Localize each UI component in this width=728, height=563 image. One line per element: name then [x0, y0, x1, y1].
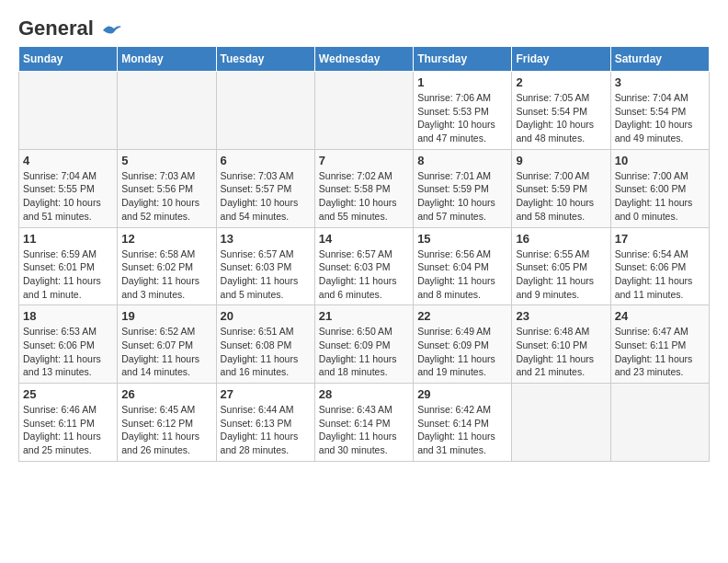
- day-number: 18: [23, 309, 113, 323]
- day-number: 22: [417, 309, 507, 323]
- day-number: 23: [516, 309, 606, 323]
- day-info: Sunrise: 7:03 AMSunset: 5:57 PMDaylight:…: [221, 169, 311, 224]
- calendar-cell: 19Sunrise: 6:52 AMSunset: 6:07 PMDayligh…: [118, 305, 216, 384]
- calendar-cell: 27Sunrise: 6:44 AMSunset: 6:13 PMDayligh…: [216, 384, 314, 462]
- day-number: 5: [121, 154, 211, 167]
- calendar-cell: 8Sunrise: 7:01 AMSunset: 5:59 PMDaylight…: [414, 149, 512, 227]
- calendar-cell: 3Sunrise: 7:04 AMSunset: 5:54 PMDaylight…: [610, 72, 709, 150]
- day-number: 10: [615, 154, 705, 167]
- calendar-week-row: 25Sunrise: 6:46 AMSunset: 6:11 PMDayligh…: [19, 384, 710, 462]
- calendar-cell: 5Sunrise: 7:03 AMSunset: 5:56 PMDaylight…: [118, 149, 216, 227]
- calendar-cell: 12Sunrise: 6:58 AMSunset: 6:02 PMDayligh…: [118, 227, 216, 305]
- day-number: 17: [615, 232, 705, 246]
- calendar-cell: 28Sunrise: 6:43 AMSunset: 6:14 PMDayligh…: [314, 384, 413, 462]
- day-info: Sunrise: 7:01 AMSunset: 5:59 PMDaylight:…: [417, 169, 507, 224]
- calendar-cell: 6Sunrise: 7:03 AMSunset: 5:57 PMDaylight…: [216, 149, 314, 227]
- calendar-cell: 24Sunrise: 6:47 AMSunset: 6:11 PMDayligh…: [610, 305, 709, 384]
- day-number: 16: [516, 232, 606, 246]
- calendar-cell: 15Sunrise: 6:56 AMSunset: 6:04 PMDayligh…: [414, 227, 512, 305]
- day-info: Sunrise: 7:00 AMSunset: 5:59 PMDaylight:…: [516, 169, 606, 224]
- page-header: General: [18, 18, 710, 37]
- calendar-week-row: 1Sunrise: 7:06 AMSunset: 5:53 PMDaylight…: [19, 72, 710, 150]
- calendar-cell: 2Sunrise: 7:05 AMSunset: 5:54 PMDaylight…: [512, 72, 610, 150]
- day-info: Sunrise: 6:52 AMSunset: 6:07 PMDaylight:…: [121, 325, 211, 379]
- calendar-header-friday: Friday: [512, 47, 610, 72]
- calendar-header-saturday: Saturday: [610, 47, 709, 72]
- calendar-cell: [19, 72, 118, 150]
- day-info: Sunrise: 6:51 AMSunset: 6:08 PMDaylight:…: [221, 325, 311, 379]
- calendar-cell: 14Sunrise: 6:57 AMSunset: 6:03 PMDayligh…: [314, 227, 413, 305]
- calendar-week-row: 4Sunrise: 7:04 AMSunset: 5:55 PMDaylight…: [19, 149, 710, 227]
- day-info: Sunrise: 6:50 AMSunset: 6:09 PMDaylight:…: [319, 325, 409, 379]
- day-info: Sunrise: 6:43 AMSunset: 6:14 PMDaylight:…: [319, 403, 409, 457]
- day-info: Sunrise: 6:58 AMSunset: 6:02 PMDaylight:…: [121, 247, 211, 302]
- day-number: 3: [615, 75, 705, 89]
- day-info: Sunrise: 7:03 AMSunset: 5:56 PMDaylight:…: [121, 169, 211, 224]
- day-info: Sunrise: 6:56 AMSunset: 6:04 PMDaylight:…: [417, 247, 507, 302]
- day-number: 24: [615, 309, 705, 323]
- calendar-cell: [512, 384, 610, 462]
- calendar-cell: 18Sunrise: 6:53 AMSunset: 6:06 PMDayligh…: [19, 305, 118, 384]
- day-number: 28: [319, 387, 409, 401]
- calendar-cell: 11Sunrise: 6:59 AMSunset: 6:01 PMDayligh…: [19, 227, 118, 305]
- calendar-cell: 23Sunrise: 6:48 AMSunset: 6:10 PMDayligh…: [512, 305, 610, 384]
- day-info: Sunrise: 6:44 AMSunset: 6:13 PMDaylight:…: [221, 403, 311, 457]
- calendar-cell: 29Sunrise: 6:42 AMSunset: 6:14 PMDayligh…: [414, 384, 512, 462]
- calendar-cell: 25Sunrise: 6:46 AMSunset: 6:11 PMDayligh…: [19, 384, 118, 462]
- day-info: Sunrise: 7:00 AMSunset: 6:00 PMDaylight:…: [615, 169, 705, 224]
- calendar-cell: 4Sunrise: 7:04 AMSunset: 5:55 PMDaylight…: [19, 149, 118, 227]
- calendar-cell: 13Sunrise: 6:57 AMSunset: 6:03 PMDayligh…: [216, 227, 314, 305]
- calendar-header-sunday: Sunday: [19, 47, 118, 72]
- day-number: 12: [121, 232, 211, 246]
- calendar-header-wednesday: Wednesday: [314, 47, 413, 72]
- day-number: 26: [121, 387, 211, 401]
- day-number: 9: [516, 154, 606, 167]
- logo: General: [18, 18, 121, 37]
- day-info: Sunrise: 7:04 AMSunset: 5:55 PMDaylight:…: [23, 169, 113, 224]
- calendar-table: SundayMondayTuesdayWednesdayThursdayFrid…: [18, 46, 710, 462]
- day-number: 8: [417, 154, 507, 167]
- day-number: 27: [221, 387, 311, 401]
- day-info: Sunrise: 6:54 AMSunset: 6:06 PMDaylight:…: [615, 247, 705, 302]
- calendar-cell: 22Sunrise: 6:49 AMSunset: 6:09 PMDayligh…: [414, 305, 512, 384]
- day-info: Sunrise: 7:06 AMSunset: 5:53 PMDaylight:…: [417, 91, 507, 145]
- day-number: 11: [23, 232, 113, 246]
- calendar-cell: [314, 72, 413, 150]
- calendar-cell: [610, 384, 709, 462]
- day-info: Sunrise: 6:47 AMSunset: 6:11 PMDaylight:…: [615, 325, 705, 379]
- day-info: Sunrise: 7:02 AMSunset: 5:58 PMDaylight:…: [319, 169, 409, 224]
- day-info: Sunrise: 7:04 AMSunset: 5:54 PMDaylight:…: [615, 91, 705, 145]
- day-number: 13: [221, 232, 311, 246]
- day-number: 29: [417, 387, 507, 401]
- day-number: 21: [319, 309, 409, 323]
- calendar-cell: 9Sunrise: 7:00 AMSunset: 5:59 PMDaylight…: [512, 149, 610, 227]
- calendar-cell: 26Sunrise: 6:45 AMSunset: 6:12 PMDayligh…: [118, 384, 216, 462]
- day-info: Sunrise: 6:57 AMSunset: 6:03 PMDaylight:…: [221, 247, 311, 302]
- calendar-cell: 7Sunrise: 7:02 AMSunset: 5:58 PMDaylight…: [314, 149, 413, 227]
- day-number: 20: [221, 309, 311, 323]
- day-number: 14: [319, 232, 409, 246]
- day-number: 1: [417, 75, 507, 89]
- calendar-cell: 20Sunrise: 6:51 AMSunset: 6:08 PMDayligh…: [216, 305, 314, 384]
- day-info: Sunrise: 6:46 AMSunset: 6:11 PMDaylight:…: [23, 403, 113, 457]
- day-number: 25: [23, 387, 113, 401]
- day-number: 4: [23, 154, 113, 167]
- day-info: Sunrise: 7:05 AMSunset: 5:54 PMDaylight:…: [516, 91, 606, 145]
- day-info: Sunrise: 6:48 AMSunset: 6:10 PMDaylight:…: [516, 325, 606, 379]
- day-info: Sunrise: 6:59 AMSunset: 6:01 PMDaylight:…: [23, 247, 113, 302]
- logo-bird-icon: [101, 21, 121, 38]
- calendar-cell: 1Sunrise: 7:06 AMSunset: 5:53 PMDaylight…: [414, 72, 512, 150]
- day-number: 15: [417, 232, 507, 246]
- day-number: 19: [121, 309, 211, 323]
- calendar-week-row: 11Sunrise: 6:59 AMSunset: 6:01 PMDayligh…: [19, 227, 710, 305]
- calendar-cell: [118, 72, 216, 150]
- calendar-header-thursday: Thursday: [414, 47, 512, 72]
- calendar-header-tuesday: Tuesday: [216, 47, 314, 72]
- calendar-header-row: SundayMondayTuesdayWednesdayThursdayFrid…: [19, 47, 710, 72]
- day-number: 6: [221, 154, 311, 167]
- calendar-cell: 10Sunrise: 7:00 AMSunset: 6:00 PMDayligh…: [610, 149, 709, 227]
- logo-text: General: [18, 18, 121, 39]
- day-info: Sunrise: 6:45 AMSunset: 6:12 PMDaylight:…: [121, 403, 211, 457]
- calendar-cell: 17Sunrise: 6:54 AMSunset: 6:06 PMDayligh…: [610, 227, 709, 305]
- day-info: Sunrise: 6:57 AMSunset: 6:03 PMDaylight:…: [319, 247, 409, 302]
